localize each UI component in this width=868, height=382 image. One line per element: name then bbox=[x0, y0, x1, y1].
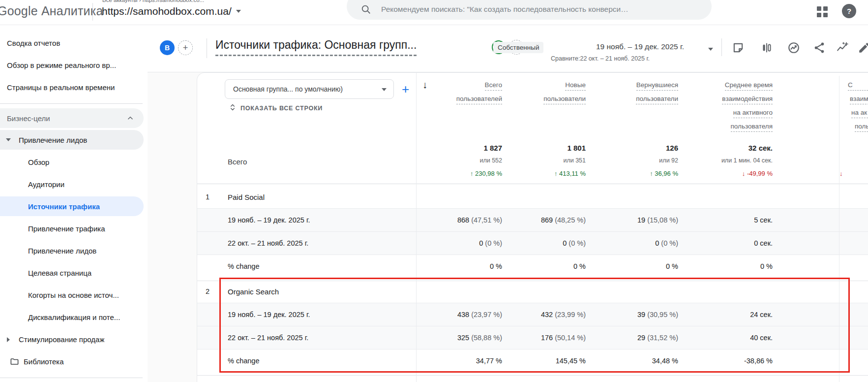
channel-name: Organic Search bbox=[228, 287, 279, 296]
sidebar-divider bbox=[0, 103, 143, 104]
show-all-rows-label: ПОКАЗАТЬ ВСЕ СТРОКИ bbox=[240, 105, 323, 112]
cell-value: 34,48 % bbox=[652, 357, 678, 365]
sort-descending-icon[interactable]: ↓ bbox=[422, 79, 427, 91]
cell-value: 39 (30,95 %) bbox=[637, 311, 678, 318]
sidebar-item-label: Обзор bbox=[0, 158, 49, 166]
chevron-up-icon bbox=[127, 115, 134, 123]
sidebar-divider bbox=[0, 378, 143, 378]
add-comparison-button[interactable]: + bbox=[178, 40, 193, 55]
sidebar-item-бизнес-цели[interactable]: Бизнес-цели bbox=[0, 108, 144, 128]
insights-circle-icon[interactable] bbox=[787, 41, 800, 54]
cell-value: 29 (31,52 %) bbox=[637, 334, 678, 342]
sidebar-item-обзор-в-режиме-реального-вр[interactable]: Обзор в режиме реального вр... bbox=[0, 54, 144, 76]
channel-row-organic-search: 2Organic Search bbox=[197, 281, 868, 303]
table-rows: 1Paid Social19 нояб. – 19 дек. 2025 г.86… bbox=[197, 187, 868, 382]
totals-change: ↑ 230,98 % bbox=[470, 170, 502, 177]
account-label: https://samohodbox.com.ua/ bbox=[102, 5, 232, 17]
cell-value: 0 (0 %) bbox=[655, 239, 678, 247]
sidebar-item-дисквалификация-и-поте[interactable]: Дисквалификация и поте... bbox=[0, 306, 144, 328]
column-header-всего-пользователей[interactable]: Всегопользователей bbox=[456, 81, 502, 108]
cell-value: 0 % bbox=[760, 262, 773, 270]
sidebar-item-label: Сводка отчетов bbox=[0, 39, 60, 47]
sidebar-item-label: Страницы в реальном времени bbox=[0, 83, 115, 92]
period-label: 19 нояб. – 19 дек. 2025 г. bbox=[228, 311, 310, 318]
period-label: 22 окт. – 21 нояб. 2025 г. bbox=[228, 239, 308, 247]
sidebar-item-источники-трафика[interactable]: Источники трафика bbox=[0, 196, 144, 216]
cell-value: 869 (48,25 %) bbox=[541, 216, 586, 224]
show-all-rows-button[interactable]: ПОКАЗАТЬ ВСЕ СТРОКИ bbox=[229, 103, 323, 113]
sidebar-item-привлечение-лидов[interactable]: Привлечение лидов bbox=[0, 130, 144, 150]
cell-value: 19 (15,08 %) bbox=[637, 216, 678, 224]
sidebar-item-привлечение-трафика[interactable]: Привлечение трафика bbox=[0, 218, 144, 240]
search-icon bbox=[360, 4, 371, 17]
change-row: % change0 %0 %0 %0 % bbox=[197, 255, 868, 278]
sidebar: Сводка отчетовОбзор в режиме реального в… bbox=[0, 25, 148, 382]
group-separator bbox=[197, 278, 868, 281]
avatar[interactable]: B bbox=[160, 40, 175, 55]
cell-value: 5 сек. bbox=[754, 216, 773, 224]
period-row: 19 нояб. – 19 дек. 2025 г.868 (47,51 %)8… bbox=[197, 209, 868, 232]
sidebar-item-привлечение-лидов[interactable]: Привлечение лидов bbox=[0, 240, 144, 262]
totals-alt-value: или 1 мин. 04 сек. bbox=[721, 157, 773, 164]
collapse-arrow-icon bbox=[6, 138, 11, 141]
change-label: % change bbox=[228, 357, 260, 365]
column-header-новые-пользователи[interactable]: Новыепользователи bbox=[543, 81, 586, 108]
cell-value: 438 (23,97 %) bbox=[457, 311, 502, 318]
search-bar[interactable]: Рекомендуем поискать: "Как создать после… bbox=[347, 0, 712, 20]
sidebar-item-целевая-страница[interactable]: Целевая страница bbox=[0, 262, 144, 284]
row-index: 1 bbox=[206, 193, 210, 201]
totals-alt-value: или 92 bbox=[659, 157, 678, 164]
channel-name: Paid Social bbox=[228, 193, 265, 201]
breadcrumb: Все аккаунты › https://samohodbox.co... bbox=[102, 0, 204, 3]
dimension-dropdown[interactable]: Основная группа... по умолчанию) bbox=[225, 79, 394, 99]
apps-grid-icon[interactable] bbox=[817, 6, 828, 17]
cell-value: 24 сек. bbox=[750, 311, 773, 318]
cell-value: 0 % bbox=[573, 262, 586, 270]
note-icon[interactable] bbox=[732, 41, 745, 54]
cell-value: -38,86 % bbox=[744, 357, 773, 365]
sidebar-item-страницы-в-реальном-времени[interactable]: Страницы в реальном времени bbox=[0, 76, 144, 98]
date-range-selector[interactable]: 19 нояб. – 19 дек. 2025 г. bbox=[596, 42, 684, 51]
cell-value: 145,45 % bbox=[556, 357, 586, 365]
change-row: % change34,77 %145,45 %34,48 %-38,86 % bbox=[197, 350, 868, 372]
sidebar-item-обзор[interactable]: Обзор bbox=[0, 151, 144, 173]
header-divider bbox=[207, 38, 207, 58]
totals-change: ↑ 36,96 % bbox=[650, 170, 678, 177]
sidebar-item-label: Обзор в режиме реального вр... bbox=[0, 61, 116, 69]
share-icon[interactable] bbox=[813, 41, 826, 54]
totals-value: 1 827 bbox=[483, 144, 502, 152]
report-title[interactable]: Источники трафика: Основная групп... bbox=[215, 38, 417, 56]
sidebar-item-стимулирование-продаж[interactable]: Стимулирование продаж bbox=[0, 328, 144, 350]
sidebar-item-label: Стимулирование продаж bbox=[0, 335, 104, 344]
column-header-среднее-время-взаимодействия-на-активного-пользователя[interactable]: Среднее времявзаимодействияна активногоп… bbox=[722, 81, 773, 136]
column-header-вернувшиеся-пользователи[interactable]: Вернувшиесяпользователи bbox=[636, 81, 678, 108]
totals-partial-change: ↓ bbox=[839, 170, 843, 177]
sidebar-item-когорты-на-основе-источ[interactable]: Когорты на основе источ... bbox=[0, 284, 144, 306]
change-label: % change bbox=[228, 262, 260, 270]
totals-value: 126 bbox=[666, 144, 678, 152]
sidebar-item-label: Бизнес-цели bbox=[0, 114, 50, 123]
sidebar-item-библиотека[interactable]: Библиотека bbox=[0, 350, 144, 373]
add-dimension-button[interactable]: + bbox=[402, 82, 409, 97]
column-header-partial[interactable]: Свзаимодена акпольз bbox=[848, 81, 868, 136]
topbar: Google Аналитика Все аккаунты › https://… bbox=[0, 0, 868, 25]
period-row: 22 окт. – 21 нояб. 2025 г.0 (0 %)0 (0 %)… bbox=[197, 232, 868, 255]
report-table-card: Основная группа... по умолчанию) + ПОКАЗ… bbox=[197, 72, 868, 382]
cell-value: 0 (0 %) bbox=[479, 239, 502, 247]
comparison-bars-icon[interactable] bbox=[760, 41, 773, 54]
unfold-icon bbox=[229, 103, 237, 113]
report-header: B + Источники трафика: Основная групп...… bbox=[148, 25, 868, 72]
edit-pencil-icon[interactable] bbox=[858, 41, 868, 54]
sparkline-insights-icon[interactable] bbox=[836, 41, 849, 54]
sidebar-item-сводка-отчетов[interactable]: Сводка отчетов bbox=[0, 32, 144, 54]
totals-label: Всего bbox=[228, 158, 247, 166]
sidebar-item-label: Когорты на основе источ... bbox=[0, 291, 119, 299]
sidebar-item-аудитории[interactable]: Аудитории bbox=[0, 173, 144, 195]
account-switcher[interactable]: https://samohodbox.com.ua/ bbox=[102, 5, 241, 17]
sidebar-item-label: Дисквалификация и поте... bbox=[0, 313, 120, 321]
ownership-badge: Собственный bbox=[493, 42, 543, 53]
cell-value: 176 (50,14 %) bbox=[541, 334, 586, 342]
sidebar-item-label: Привлечение лидов bbox=[0, 247, 96, 255]
help-icon[interactable]: ? bbox=[842, 4, 856, 18]
compare-range: Сравните:22 окт. – 21 нояб. 2025 г. bbox=[551, 55, 650, 62]
